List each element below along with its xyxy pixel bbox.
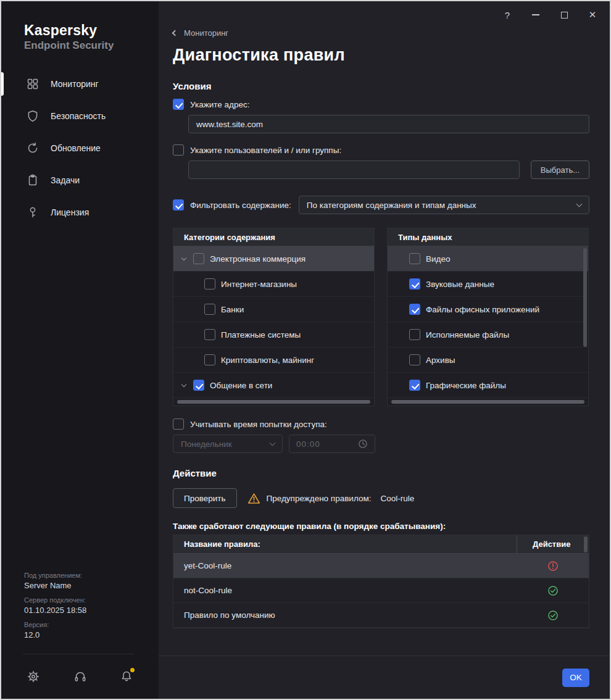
category-checkbox[interactable] (193, 380, 204, 391)
type-row-graphics[interactable]: Графические файлы (388, 373, 588, 398)
type-row-executables[interactable]: Исполняемые файлы (388, 322, 588, 348)
action-heading: Действие (173, 468, 589, 478)
address-checkbox-row: Укажите адрес: (173, 99, 589, 110)
page-title: Диагностика правил (173, 46, 589, 65)
table-row[interactable]: not-Cool-rule (173, 578, 589, 603)
category-label: Банки (221, 305, 244, 314)
table-row[interactable]: Правило по умолчанию (173, 603, 589, 628)
app-logo: Kaspersky Endpoint Security (1, 1, 159, 52)
chevron-down-icon[interactable] (180, 384, 188, 386)
clipboard-icon (26, 173, 39, 187)
scrollbar-thumb[interactable] (391, 400, 584, 404)
breadcrumb-back[interactable]: Мониторинг (173, 28, 228, 38)
maximize-button[interactable] (550, 5, 578, 25)
check-button[interactable]: Проверить (173, 488, 237, 508)
bottom-bar: OK (159, 656, 611, 699)
users-input[interactable] (188, 160, 520, 179)
check-result-row: Проверить Предупреждено правилом: Cool-r… (173, 488, 589, 508)
address-input[interactable]: www.test.site.com (188, 115, 589, 133)
category-checkbox[interactable] (204, 304, 215, 315)
type-checkbox[interactable] (409, 380, 420, 391)
select-users-button[interactable]: Выбрать... (531, 160, 589, 179)
filter-panels: Категории содержания Электронная коммерц… (173, 228, 589, 406)
type-row-archives[interactable]: Архивы (388, 348, 588, 373)
sidebar-footer-icons (1, 654, 159, 699)
rules-table: Название правила: Действие yet-Cool-rule (173, 535, 589, 628)
table-scrollbar-thumb[interactable] (584, 536, 588, 552)
users-input-row: Выбрать... (188, 160, 589, 179)
time-checkbox[interactable] (173, 419, 184, 430)
horizontal-scrollbar (173, 398, 374, 406)
server-name: Server Name (24, 581, 86, 590)
category-row-ecommerce[interactable]: Электронная коммерция (173, 246, 374, 272)
address-checkbox[interactable] (173, 99, 184, 110)
category-row-communication[interactable]: Общение в сети (173, 373, 374, 398)
sidebar: Kaspersky Endpoint Security Мониторинг (1, 1, 159, 699)
filter-row: Фильтровать содержание: По категориям со… (173, 196, 589, 214)
version-label: Версия: (24, 621, 86, 628)
chevron-down-icon[interactable] (180, 257, 188, 260)
category-checkbox[interactable] (204, 278, 215, 290)
notification-dot (130, 668, 135, 672)
refresh-icon (26, 141, 39, 155)
table-row[interactable]: yet-Cool-rule (173, 554, 589, 578)
category-checkbox[interactable] (204, 354, 215, 365)
filter-mode-dropdown[interactable]: По категориям содержания и типам данных (299, 196, 589, 214)
close-button[interactable]: ✕ (578, 5, 607, 25)
type-row-office[interactable]: Файлы офисных приложений (388, 297, 588, 322)
chevron-down-icon (576, 201, 583, 207)
category-checkbox[interactable] (193, 253, 204, 264)
notifications-bell-icon[interactable] (119, 669, 134, 684)
warning-triangle-icon (247, 493, 260, 504)
rule-status-blocked-icon (517, 560, 589, 572)
sidebar-item-update[interactable]: Обновление (1, 132, 159, 164)
type-checkbox[interactable] (409, 354, 420, 365)
sidebar-item-tasks[interactable]: Задачи (1, 164, 159, 196)
type-row-audio[interactable]: Звуковые данные (388, 272, 588, 297)
type-checkbox[interactable] (409, 329, 420, 340)
type-row-video[interactable]: Видео (388, 246, 588, 272)
users-checkbox-row: Укажите пользователей и / или группы: (173, 144, 589, 156)
sidebar-item-monitoring[interactable]: Мониторинг (1, 68, 159, 100)
users-checkbox[interactable] (173, 144, 184, 156)
type-label: Звуковые данные (426, 280, 494, 289)
time-checkbox-row: Учитывать время попытки доступа: (173, 419, 589, 430)
support-headset-icon[interactable] (73, 669, 88, 684)
type-label: Архивы (426, 356, 455, 365)
sidebar-item-security[interactable]: Безопасность (1, 100, 159, 132)
settings-gear-icon[interactable] (26, 669, 41, 684)
main-area: ? ✕ Мониторинг Диагностика правил Услови… (159, 1, 611, 699)
sidebar-item-label: Задачи (51, 175, 80, 185)
minimize-button[interactable] (522, 5, 550, 25)
rules-table-header: Название правила: Действие (173, 535, 589, 554)
sidebar-item-label: Лицензия (51, 207, 89, 217)
sidebar-item-license[interactable]: Лицензия (1, 196, 159, 228)
connected-time: 01.10.2025 18:58 (24, 606, 86, 615)
category-row-crypto[interactable]: Криптовалюты, майнинг (173, 348, 374, 373)
type-checkbox[interactable] (409, 278, 420, 290)
ok-button[interactable]: OK (562, 669, 589, 687)
maximize-icon (561, 12, 568, 19)
category-row-shops[interactable]: Интернет-магазины (173, 272, 374, 297)
vertical-scrollbar-thumb[interactable] (583, 248, 587, 347)
app-window: Kaspersky Endpoint Security Мониторинг (0, 0, 611, 700)
day-dropdown[interactable]: Понедельник (173, 435, 283, 453)
type-label: Видео (426, 254, 450, 264)
category-row-banks[interactable]: Банки (173, 297, 374, 322)
clock-icon (358, 439, 368, 449)
type-checkbox[interactable] (409, 304, 420, 315)
shield-icon (26, 109, 39, 123)
categories-panel-header: Категории содержания (173, 228, 374, 246)
category-row-payments[interactable]: Платежные системы (173, 322, 374, 348)
help-button[interactable]: ? (493, 5, 522, 25)
sidebar-nav: Мониторинг Безопасность Обновление (1, 68, 159, 228)
key-icon (26, 206, 39, 219)
type-checkbox[interactable] (409, 253, 420, 264)
address-label: Укажите адрес: (190, 100, 249, 109)
sidebar-item-label: Мониторинг (51, 79, 99, 89)
horizontal-scrollbar (388, 398, 588, 406)
filter-checkbox[interactable] (173, 199, 184, 210)
category-checkbox[interactable] (204, 329, 215, 340)
scrollbar-thumb[interactable] (177, 400, 370, 404)
time-field[interactable]: 00:00 (289, 435, 375, 453)
